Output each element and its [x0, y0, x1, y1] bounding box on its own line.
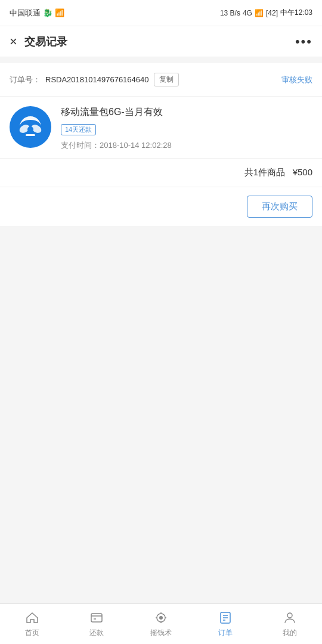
- repay-icon: [89, 610, 104, 626]
- total-count-label: 共1件商品: [244, 167, 285, 177]
- copy-button[interactable]: 复制: [154, 73, 179, 86]
- svg-point-9: [159, 616, 163, 620]
- buy-again-button[interactable]: 再次购买: [247, 196, 312, 218]
- status-carrier: 中国联通 🐉 📶: [10, 8, 64, 18]
- order-info-section: 订单号： RSDA2018101497676164640 复制 审核失败: [0, 63, 322, 97]
- svg-point-3: [27, 126, 33, 132]
- product-name: 移动流量包6G-当月有效: [61, 106, 312, 119]
- close-icon[interactable]: ×: [10, 34, 17, 49]
- shake-icon: [153, 610, 169, 626]
- tab-home-label: 首页: [25, 628, 39, 638]
- tab-shake[interactable]: 摇钱术: [129, 610, 193, 638]
- nav-bar: × 交易记录 •••: [0, 26, 322, 57]
- svg-rect-4: [26, 134, 35, 136]
- order-number-row: 订单号： RSDA2018101497676164640 复制 审核失败: [10, 73, 312, 86]
- mine-icon: [282, 610, 298, 626]
- tab-bar: 首页 还款 摇钱术: [0, 603, 322, 644]
- nav-left: × 交易记录: [10, 34, 67, 49]
- order-label: 订单号：: [10, 75, 41, 85]
- product-info: 移动流量包6G-当月有效 14天还款 支付时间：2018-10-14 12:02…: [61, 106, 312, 151]
- total-price: ¥500: [293, 167, 312, 177]
- tab-order-label: 订单: [218, 628, 233, 638]
- home-icon: [24, 610, 40, 626]
- status-bar: 中国联通 🐉 📶 13 B/s 4G 📶 [42] 中午12:03: [0, 0, 322, 26]
- product-row: 移动流量包6G-当月有效 14天还款 支付时间：2018-10-14 12:02…: [0, 97, 322, 159]
- page-title: 交易记录: [24, 35, 67, 49]
- china-mobile-logo: [13, 109, 48, 145]
- tab-mine-label: 我的: [283, 628, 297, 638]
- more-icon[interactable]: •••: [295, 34, 312, 49]
- tab-mine[interactable]: 我的: [258, 610, 322, 638]
- status-right: 13 B/s 4G 📶 [42] 中午12:03: [220, 8, 312, 18]
- svg-point-18: [287, 613, 292, 618]
- tab-shake-label: 摇钱术: [150, 628, 172, 638]
- pay-time: 支付时间：2018-10-14 12:02:28: [61, 140, 312, 151]
- order-status-badge: 审核失败: [281, 75, 312, 85]
- tab-repay-label: 还款: [89, 628, 104, 638]
- tab-repay[interactable]: 还款: [64, 610, 129, 638]
- svg-rect-5: [91, 614, 102, 622]
- order-icon: [218, 610, 233, 626]
- tab-home[interactable]: 首页: [0, 610, 64, 638]
- total-row: 共1件商品 ¥500: [0, 159, 322, 187]
- product-icon: [10, 106, 51, 148]
- refund-tag: 14天还款: [61, 124, 96, 135]
- action-row: 再次购买: [0, 187, 322, 226]
- order-number: RSDA2018101497676164640: [45, 75, 149, 84]
- tab-order[interactable]: 订单: [193, 610, 258, 638]
